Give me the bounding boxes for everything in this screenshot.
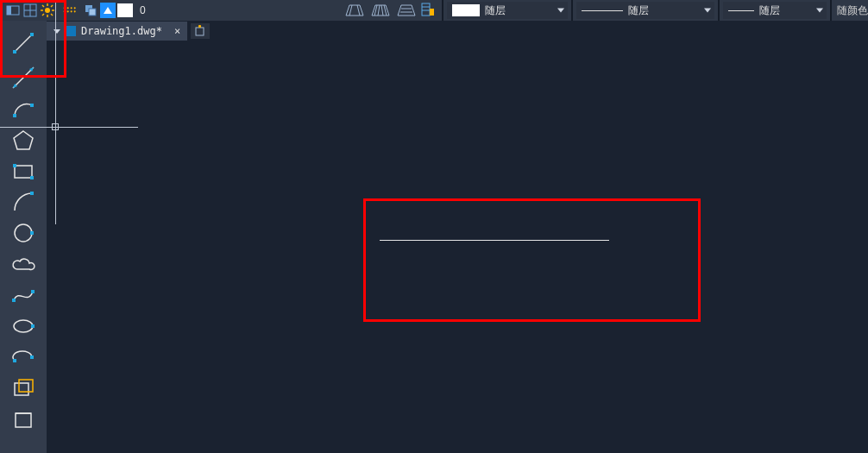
- circle-tool[interactable]: [9, 219, 38, 247]
- line-tool[interactable]: [9, 26, 38, 60]
- close-icon[interactable]: ×: [174, 25, 180, 37]
- svg-rect-62: [16, 413, 31, 427]
- region-tool[interactable]: [9, 406, 38, 433]
- color-swatch: [452, 4, 480, 16]
- svg-rect-49: [13, 164, 16, 167]
- separator: [442, 0, 443, 21]
- document-tabstrip: Drawing1.dwg* ×: [47, 21, 868, 41]
- svg-rect-59: [30, 355, 34, 359]
- chevron-down-icon: [816, 9, 823, 13]
- spline-tool[interactable]: [9, 281, 38, 309]
- svg-point-52: [15, 224, 32, 242]
- svg-marker-24: [346, 5, 363, 16]
- separator: [571, 0, 573, 21]
- svg-line-39: [15, 35, 32, 52]
- svg-rect-53: [30, 231, 34, 235]
- svg-line-30: [381, 5, 383, 16]
- ellipse-arc-tool[interactable]: [9, 343, 38, 371]
- svg-line-12: [51, 5, 53, 7]
- cloud-tool[interactable]: [9, 250, 38, 278]
- svg-rect-46: [30, 104, 34, 107]
- svg-rect-58: [13, 359, 16, 362]
- svg-rect-41: [30, 33, 34, 36]
- fillet-arc-tool[interactable]: [9, 188, 38, 216]
- draw-toolbar: [0, 21, 47, 453]
- svg-rect-38: [430, 9, 434, 16]
- svg-rect-55: [31, 290, 35, 293]
- new-tab-button[interactable]: [191, 23, 210, 39]
- document-tab-label: Drawing1.dwg*: [81, 25, 162, 37]
- svg-point-16: [71, 7, 72, 9]
- separator: [718, 0, 720, 21]
- top-ribbon: 0 随层 随层 随层 随颜色: [0, 0, 868, 21]
- separator: [830, 0, 832, 21]
- polygon-tool[interactable]: [9, 126, 38, 154]
- lineweight-combo-label: 随层: [759, 3, 796, 18]
- linetype-combo[interactable]: 随层: [576, 2, 714, 19]
- lineweight-combo[interactable]: 随层: [723, 2, 827, 19]
- rectangle-tool[interactable]: [9, 157, 38, 185]
- chevron-down-icon: [704, 9, 711, 13]
- wireframe-icon[interactable]: [343, 3, 366, 18]
- color-combo[interactable]: 随层: [447, 2, 568, 19]
- svg-marker-47: [14, 131, 33, 149]
- svg-rect-50: [30, 176, 34, 179]
- svg-point-20: [71, 10, 72, 12]
- linetype-combo-label: 随层: [628, 3, 664, 18]
- panel-toggle-icon[interactable]: [5, 3, 21, 18]
- arc-tool[interactable]: [9, 95, 38, 123]
- svg-rect-51: [30, 192, 34, 195]
- stack-icon[interactable]: [83, 3, 98, 18]
- layer-color-swatch[interactable]: [117, 3, 133, 17]
- drawing-canvas[interactable]: [47, 41, 868, 453]
- chevron-down-icon: [557, 9, 564, 13]
- ellipse-tool[interactable]: [9, 312, 38, 340]
- crosshair-vertical: [55, 0, 56, 224]
- svg-rect-35: [422, 3, 430, 16]
- svg-point-18: [64, 10, 66, 12]
- svg-point-15: [67, 7, 69, 9]
- svg-point-17: [74, 7, 76, 9]
- plotstyle-label: 随颜色: [837, 3, 868, 18]
- svg-point-19: [67, 10, 69, 12]
- svg-line-42: [13, 67, 34, 88]
- layout-icon[interactable]: [22, 3, 38, 18]
- svg-point-5: [45, 8, 50, 13]
- svg-rect-54: [12, 299, 16, 302]
- document-tab-active[interactable]: Drawing1.dwg* ×: [47, 22, 187, 41]
- svg-rect-45: [13, 114, 16, 117]
- svg-rect-40: [13, 50, 16, 53]
- svg-rect-23: [89, 9, 96, 16]
- dot-grid-icon[interactable]: [57, 3, 81, 18]
- svg-point-14: [64, 7, 66, 9]
- linetype-swatch: [582, 10, 623, 11]
- table-props-icon[interactable]: [421, 3, 437, 18]
- svg-rect-57: [31, 324, 35, 328]
- svg-point-56: [14, 320, 33, 332]
- svg-line-26: [357, 5, 360, 16]
- svg-line-11: [51, 14, 53, 16]
- app-logo-icon[interactable]: [100, 3, 116, 18]
- svg-line-25: [349, 5, 352, 16]
- sun-icon[interactable]: [40, 3, 55, 18]
- layer-name-label: 0: [140, 4, 146, 16]
- svg-point-21: [74, 10, 76, 12]
- dwg-badge-icon: [66, 26, 76, 36]
- svg-line-13: [42, 14, 44, 16]
- offset-tool[interactable]: [9, 374, 38, 402]
- crosshair-horizontal: [0, 127, 138, 128]
- wireframe-dense-icon[interactable]: [369, 3, 392, 18]
- svg-line-29: [378, 5, 380, 16]
- drawn-line-entity[interactable]: [380, 240, 609, 241]
- svg-rect-48: [15, 166, 32, 178]
- color-combo-label: 随层: [485, 3, 521, 18]
- lineweight-swatch: [728, 10, 754, 11]
- xline-tool[interactable]: [9, 64, 38, 91]
- crosshair-pickbox: [52, 123, 59, 130]
- svg-marker-32: [398, 5, 415, 16]
- svg-rect-64: [196, 28, 204, 35]
- svg-rect-61: [19, 380, 33, 392]
- viewport-style-group: [343, 3, 437, 18]
- svg-rect-1: [7, 6, 11, 15]
- wireframe-solid-icon[interactable]: [395, 3, 418, 18]
